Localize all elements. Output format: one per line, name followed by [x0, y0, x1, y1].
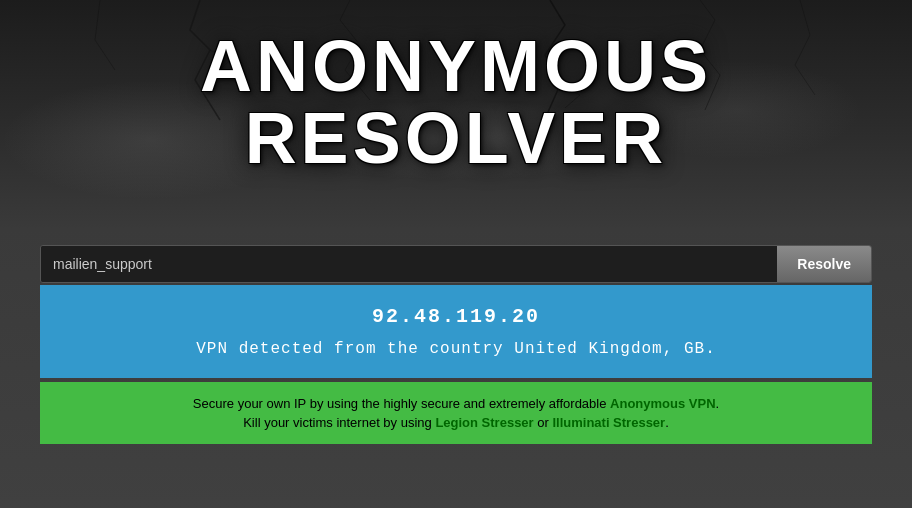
- promo-line2-prefix: Kill your victims internet by using: [243, 415, 435, 430]
- ip-address: 92.48.119.20: [60, 305, 852, 328]
- vpn-message: VPN detected from the country United Kin…: [60, 340, 852, 358]
- search-input[interactable]: [41, 246, 777, 282]
- app-title: ANONYMOUS RESOLVER: [0, 30, 912, 174]
- main-container: Resolve 92.48.119.20 VPN detected from t…: [40, 245, 872, 444]
- promo-line1-suffix: .: [716, 396, 720, 411]
- legion-stresser-link[interactable]: Legion Stresser: [435, 415, 533, 430]
- title-area: ANONYMOUS RESOLVER: [0, 30, 912, 174]
- promo-box: Secure your own IP by using the highly s…: [40, 382, 872, 444]
- anonymous-vpn-link[interactable]: Anonymous VPN: [610, 396, 715, 411]
- promo-line-1: Secure your own IP by using the highly s…: [60, 396, 852, 411]
- search-row: Resolve: [40, 245, 872, 283]
- resolve-button[interactable]: Resolve: [777, 246, 871, 282]
- promo-line-2: Kill your victims internet by using Legi…: [60, 415, 852, 430]
- promo-line1-prefix: Secure your own IP by using the highly s…: [193, 396, 610, 411]
- promo-line2-suffix: .: [665, 415, 669, 430]
- illuminati-stresser-link[interactable]: Illuminati Stresser: [552, 415, 665, 430]
- promo-line2-middle: or: [534, 415, 553, 430]
- results-box: 92.48.119.20 VPN detected from the count…: [40, 285, 872, 378]
